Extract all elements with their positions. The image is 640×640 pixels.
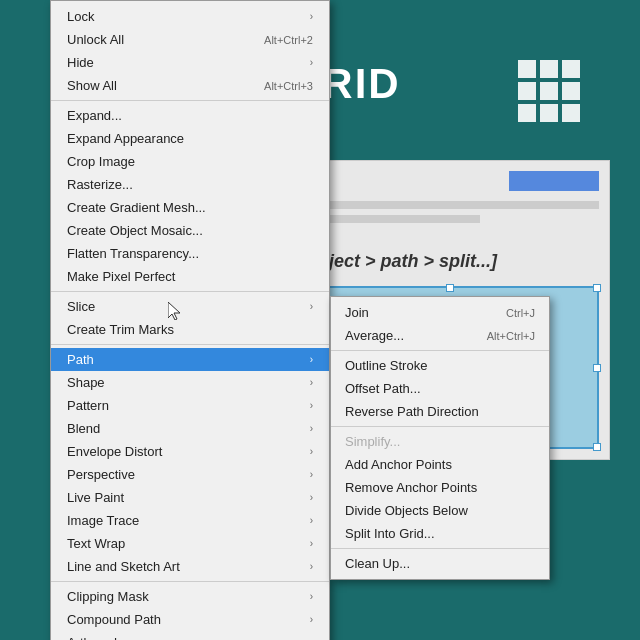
menu-item-create-object-mosaic[interactable]: Create Object Mosaic... [51, 219, 329, 242]
canvas-blue-rect [509, 171, 599, 191]
menu-item-create-trim-marks[interactable]: Create Trim Marks [51, 318, 329, 341]
handle-br [593, 443, 601, 451]
submenu-item-add-anchor-points[interactable]: Add Anchor Points [331, 453, 549, 476]
submenu-label-clean-up: Clean Up... [345, 556, 410, 571]
menu-label-shape: Shape [67, 375, 105, 390]
submenu-separator [331, 548, 549, 549]
handle-mr [593, 364, 601, 372]
menu-label-blend: Blend [67, 421, 100, 436]
menu-label-flatten-transparency: Flatten Transparency... [67, 246, 199, 261]
grid-cell [518, 60, 536, 78]
menu-separator [51, 344, 329, 345]
submenu-item-reverse-path-direction[interactable]: Reverse Path Direction [331, 400, 549, 423]
menu-label-slice: Slice [67, 299, 95, 314]
grid-cell [562, 104, 580, 122]
submenu-shortcut-average: Alt+Ctrl+J [487, 330, 535, 342]
submenu-item-join[interactable]: JoinCtrl+J [331, 301, 549, 324]
menu-item-create-gradient-mesh[interactable]: Create Gradient Mesh... [51, 196, 329, 219]
grid-cell [540, 104, 558, 122]
menu-item-blend[interactable]: Blend› [51, 417, 329, 440]
grid-cell [540, 60, 558, 78]
menu-item-crop-image[interactable]: Crop Image [51, 150, 329, 173]
menu-label-rasterize: Rasterize... [67, 177, 133, 192]
submenu-arrow-lock: › [310, 11, 313, 22]
menu-label-envelope-distort: Envelope Distort [67, 444, 162, 459]
submenu-arrow-perspective: › [310, 469, 313, 480]
submenu-arrow-path: › [310, 354, 313, 365]
submenu-item-remove-anchor-points[interactable]: Remove Anchor Points [331, 476, 549, 499]
menu-item-expand[interactable]: Expand... [51, 104, 329, 127]
menu-item-shape[interactable]: Shape› [51, 371, 329, 394]
menu-label-show-all: Show All [67, 78, 117, 93]
submenu-label-simplify: Simplify... [345, 434, 400, 449]
submenu-arrow-envelope-distort: › [310, 446, 313, 457]
canvas-object-text: [object > path > split...] [301, 251, 497, 272]
menu-item-pattern[interactable]: Pattern› [51, 394, 329, 417]
submenu-item-offset-path[interactable]: Offset Path... [331, 377, 549, 400]
menu-shortcut-unlock-all: Alt+Ctrl+2 [264, 34, 313, 46]
menu-item-expand-appearance[interactable]: Expand Appearance [51, 127, 329, 150]
menu-label-artboards: Artboards [67, 635, 123, 640]
menu-label-expand-appearance: Expand Appearance [67, 131, 184, 146]
canvas-line [301, 201, 599, 209]
menu-label-image-trace: Image Trace [67, 513, 139, 528]
menu-label-compound-path: Compound Path [67, 612, 161, 627]
submenu-item-simplify[interactable]: Simplify... [331, 430, 549, 453]
path-submenu: JoinCtrl+JAverage...Alt+Ctrl+JOutline St… [330, 296, 550, 580]
menu-item-path[interactable]: Path› [51, 348, 329, 371]
menu-label-line-sketch-art: Line and Sketch Art [67, 559, 180, 574]
menu-label-create-gradient-mesh: Create Gradient Mesh... [67, 200, 206, 215]
submenu-item-clean-up[interactable]: Clean Up... [331, 552, 549, 575]
submenu-arrow-text-wrap: › [310, 538, 313, 549]
menu-label-create-trim-marks: Create Trim Marks [67, 322, 174, 337]
submenu-label-remove-anchor-points: Remove Anchor Points [345, 480, 477, 495]
menu-item-line-sketch-art[interactable]: Line and Sketch Art› [51, 555, 329, 578]
menu-item-slice[interactable]: Slice› [51, 295, 329, 318]
submenu-arrow-hide: › [310, 57, 313, 68]
submenu-item-outline-stroke[interactable]: Outline Stroke [331, 354, 549, 377]
submenu-item-average[interactable]: Average...Alt+Ctrl+J [331, 324, 549, 347]
menu-item-rasterize[interactable]: Rasterize... [51, 173, 329, 196]
menu-label-crop-image: Crop Image [67, 154, 135, 169]
submenu-item-split-into-grid[interactable]: Split Into Grid... [331, 522, 549, 545]
menu-item-envelope-distort[interactable]: Envelope Distort› [51, 440, 329, 463]
menu-item-lock[interactable]: Lock› [51, 5, 329, 28]
grid-cell [562, 60, 580, 78]
menu-label-lock: Lock [67, 9, 94, 24]
menu-label-path: Path [67, 352, 94, 367]
submenu-shortcut-join: Ctrl+J [506, 307, 535, 319]
menu-item-text-wrap[interactable]: Text Wrap› [51, 532, 329, 555]
menu-item-flatten-transparency[interactable]: Flatten Transparency... [51, 242, 329, 265]
menu-item-live-paint[interactable]: Live Paint› [51, 486, 329, 509]
submenu-arrow-shape: › [310, 377, 313, 388]
menu-label-hide: Hide [67, 55, 94, 70]
handle-tm [446, 284, 454, 292]
submenu-label-outline-stroke: Outline Stroke [345, 358, 427, 373]
menu-item-artboards[interactable]: Artboards› [51, 631, 329, 640]
menu-item-hide[interactable]: Hide› [51, 51, 329, 74]
menu-separator [51, 100, 329, 101]
menu-label-clipping-mask: Clipping Mask [67, 589, 149, 604]
canvas-lines [301, 201, 599, 229]
menu-label-pattern: Pattern [67, 398, 109, 413]
menu-label-perspective: Perspective [67, 467, 135, 482]
submenu-label-average: Average... [345, 328, 404, 343]
handle-tr [593, 284, 601, 292]
menu-item-perspective[interactable]: Perspective› [51, 463, 329, 486]
submenu-arrow-slice: › [310, 301, 313, 312]
menu-label-text-wrap: Text Wrap [67, 536, 125, 551]
menu-label-live-paint: Live Paint [67, 490, 124, 505]
menu-item-image-trace[interactable]: Image Trace› [51, 509, 329, 532]
submenu-label-join: Join [345, 305, 369, 320]
submenu-label-offset-path: Offset Path... [345, 381, 421, 396]
menu-item-make-pixel-perfect[interactable]: Make Pixel Perfect [51, 265, 329, 288]
submenu-item-divide-objects-below[interactable]: Divide Objects Below [331, 499, 549, 522]
grid-cell [518, 104, 536, 122]
submenu-arrow-image-trace: › [310, 515, 313, 526]
menu-item-unlock-all[interactable]: Unlock AllAlt+Ctrl+2 [51, 28, 329, 51]
menu-label-expand: Expand... [67, 108, 122, 123]
menu-item-show-all[interactable]: Show AllAlt+Ctrl+3 [51, 74, 329, 97]
menu-item-clipping-mask[interactable]: Clipping Mask› [51, 585, 329, 608]
menu-label-make-pixel-perfect: Make Pixel Perfect [67, 269, 175, 284]
menu-item-compound-path[interactable]: Compound Path› [51, 608, 329, 631]
